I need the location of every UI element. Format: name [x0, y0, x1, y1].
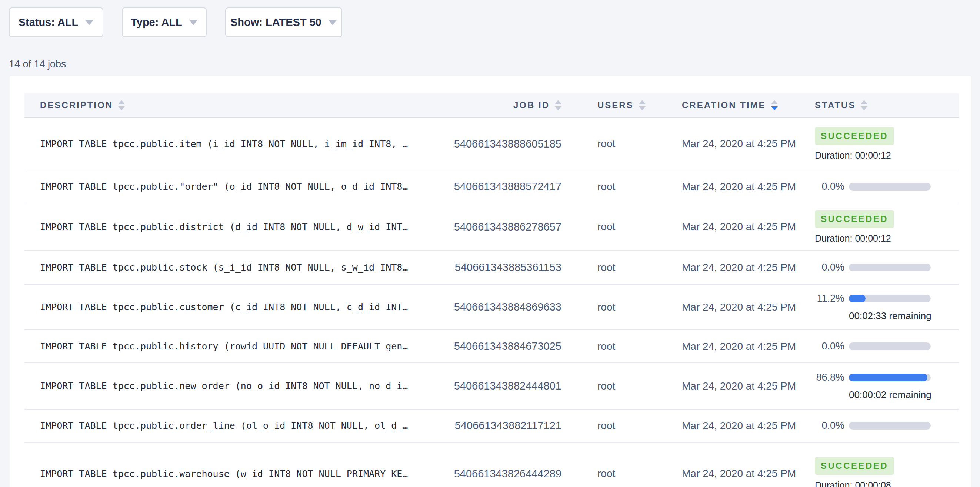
type-filter-label: Type: ALL	[131, 16, 182, 29]
status-filter-dropdown[interactable]: Status: ALL	[9, 7, 103, 37]
job-status-cell: 0.0%	[811, 420, 959, 431]
progress-bar	[849, 342, 931, 350]
time-remaining: 00:02:33 remaining	[849, 310, 931, 322]
job-description: IMPORT TABLE tpcc.public.item (i_id INT8…	[40, 139, 452, 149]
job-user: root	[597, 262, 682, 273]
job-creation-time: Mar 24, 2020 at 4:25 PM	[682, 181, 811, 193]
job-creation-time: Mar 24, 2020 at 4:25 PM	[682, 341, 811, 353]
job-user: root	[597, 468, 682, 480]
status-badge: SUCCEEDED	[815, 210, 894, 228]
job-user: root	[597, 221, 682, 233]
progress-row: 0.0%	[815, 341, 959, 352]
column-header-description[interactable]: DESCRIPTION	[24, 100, 452, 110]
job-status-cell: 0.0%	[811, 341, 959, 352]
progress-row: 0.0%	[815, 420, 959, 431]
column-label: JOB ID	[513, 100, 550, 110]
show-filter-label: Show: LATEST 50	[231, 16, 321, 29]
table-row[interactable]: IMPORT TABLE tpcc.public.history (rowid …	[24, 329, 959, 362]
progress-bar	[849, 295, 931, 302]
job-status-cell: 11.2%00:02:33 remaining	[811, 293, 959, 322]
job-status-cell: SUCCEEDEDDuration: 00:00:12	[811, 210, 959, 244]
jobs-table-card: DESCRIPTIONJOB IDUSERSCREATION TIMESTATU…	[10, 76, 971, 487]
jobs-count: 14 of 14 jobs	[9, 59, 66, 70]
jobs-table: DESCRIPTIONJOB IDUSERSCREATION TIMESTATU…	[24, 93, 959, 487]
chevron-down-icon	[189, 20, 198, 25]
job-description: IMPORT TABLE tpcc.public.customer (c_id …	[40, 302, 452, 313]
progress-bar-fill	[849, 374, 928, 382]
column-label: USERS	[597, 100, 634, 110]
job-creation-time: Mar 24, 2020 at 4:25 PM	[682, 468, 811, 480]
column-header-job-id[interactable]: JOB ID	[452, 100, 562, 110]
job-description: IMPORT TABLE tpcc.public.district (d_id …	[40, 222, 452, 232]
job-creation-time: Mar 24, 2020 at 4:25 PM	[682, 262, 811, 273]
table-row[interactable]: IMPORT TABLE tpcc.public.district (d_id …	[24, 203, 959, 250]
progress-percent: 86.8%	[815, 372, 845, 383]
job-description: IMPORT TABLE tpcc.public.history (rowid …	[40, 341, 452, 352]
job-user: root	[597, 420, 682, 432]
progress-percent: 11.2%	[815, 293, 845, 304]
progress-percent: 0.0%	[815, 341, 845, 352]
sort-arrows-icon	[771, 100, 778, 110]
job-id: 540661343882444801	[452, 380, 562, 392]
job-id: 540661343826444289	[452, 468, 562, 480]
job-status-cell: 0.0%	[811, 181, 959, 192]
column-header-status[interactable]: STATUS	[811, 100, 959, 110]
status-filter-label: Status: ALL	[19, 16, 78, 29]
chevron-down-icon	[328, 20, 337, 25]
progress-bar	[849, 263, 931, 271]
job-user: root	[597, 181, 682, 193]
progress-row: 0.0%	[815, 181, 959, 192]
progress-bar	[849, 183, 931, 190]
progress-bar	[849, 422, 931, 430]
job-duration: Duration: 00:00:12	[815, 233, 959, 244]
job-id: 540661343885361153	[452, 261, 562, 273]
job-id: 540661343884673025	[452, 340, 562, 353]
job-id: 540661343884869633	[452, 301, 562, 313]
table-row[interactable]: IMPORT TABLE tpcc.public."order" (o_id I…	[24, 170, 959, 203]
type-filter-dropdown[interactable]: Type: ALL	[122, 7, 207, 37]
table-row[interactable]: IMPORT TABLE tpcc.public.customer (c_id …	[24, 284, 959, 329]
job-creation-time: Mar 24, 2020 at 4:25 PM	[682, 420, 811, 432]
time-remaining: 00:00:02 remaining	[849, 389, 931, 401]
job-status-cell: SUCCEEDEDDuration: 00:00:12	[811, 127, 959, 161]
sort-arrows-icon	[639, 100, 646, 110]
table-row[interactable]: IMPORT TABLE tpcc.public.new_order (no_o…	[24, 362, 959, 409]
job-id: 540661343886278657	[452, 221, 562, 233]
table-row[interactable]: IMPORT TABLE tpcc.public.warehouse (w_id…	[24, 442, 959, 487]
job-status-cell: 0.0%	[811, 262, 959, 273]
job-id: 540661343882117121	[452, 420, 562, 432]
job-creation-time: Mar 24, 2020 at 4:25 PM	[682, 138, 811, 150]
chevron-down-icon	[85, 20, 94, 25]
table-row[interactable]: IMPORT TABLE tpcc.public.order_line (ol_…	[24, 409, 959, 442]
status-badge: SUCCEEDED	[815, 457, 894, 475]
job-duration: Duration: 00:00:08	[815, 480, 959, 487]
job-id: 540661343888605185	[452, 138, 562, 150]
job-duration: Duration: 00:00:12	[815, 150, 959, 161]
job-description: IMPORT TABLE tpcc.public.stock (s_i_id I…	[40, 262, 452, 273]
job-creation-time: Mar 24, 2020 at 4:25 PM	[682, 380, 811, 392]
column-header-users[interactable]: USERS	[562, 100, 682, 110]
job-status-cell: 86.8%00:00:02 remaining	[811, 372, 959, 401]
show-filter-dropdown[interactable]: Show: LATEST 50	[225, 7, 342, 37]
job-creation-time: Mar 24, 2020 at 4:25 PM	[682, 221, 811, 233]
progress-percent: 0.0%	[815, 420, 845, 431]
job-description: IMPORT TABLE tpcc.public.order_line (ol_…	[40, 420, 452, 431]
progress-bar-fill	[849, 295, 865, 302]
filter-bar: Status: ALL Type: ALL Show: LATEST 50	[9, 7, 342, 37]
job-status-cell: SUCCEEDEDDuration: 00:00:08	[811, 457, 959, 487]
table-row[interactable]: IMPORT TABLE tpcc.public.item (i_id INT8…	[24, 118, 959, 170]
column-header-creation-time[interactable]: CREATION TIME	[682, 100, 811, 110]
column-label: CREATION TIME	[682, 100, 766, 110]
progress-percent: 0.0%	[815, 262, 845, 273]
status-badge: SUCCEEDED	[815, 127, 894, 145]
job-user: root	[597, 341, 682, 353]
sort-arrows-icon	[861, 100, 867, 110]
sort-arrows-icon	[118, 100, 125, 110]
job-user: root	[597, 380, 682, 392]
column-label: STATUS	[815, 100, 856, 110]
job-user: root	[597, 138, 682, 150]
job-description: IMPORT TABLE tpcc.public.new_order (no_o…	[40, 381, 452, 391]
jobs-table-header: DESCRIPTIONJOB IDUSERSCREATION TIMESTATU…	[24, 93, 959, 118]
column-label: DESCRIPTION	[40, 100, 113, 110]
table-row[interactable]: IMPORT TABLE tpcc.public.stock (s_i_id I…	[24, 250, 959, 284]
